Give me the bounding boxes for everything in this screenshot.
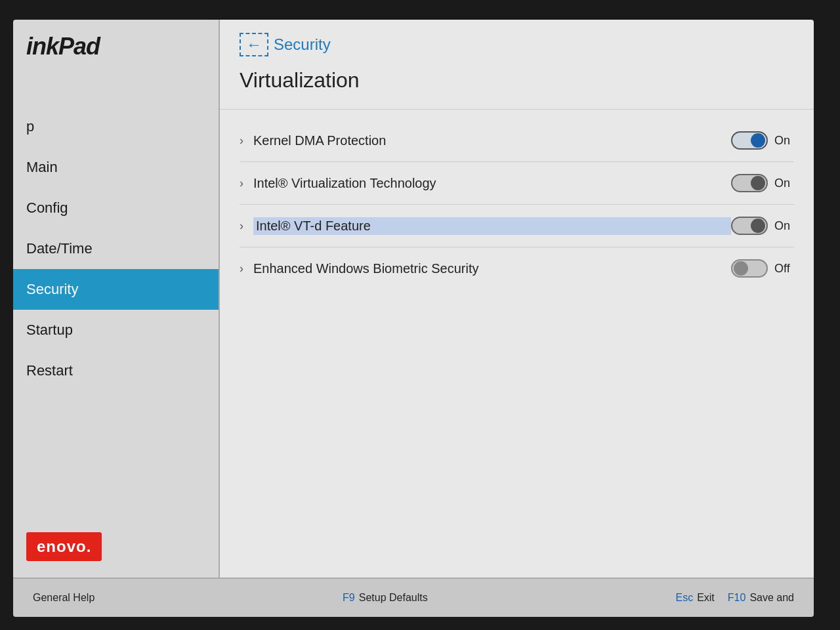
toggle-intel-vtd[interactable] <box>731 217 768 235</box>
toggle-container-enhanced-biometric: Off <box>731 259 794 278</box>
toggle-container-intel-vt: On <box>731 174 794 192</box>
f10-label: Save and <box>749 592 794 604</box>
chevron-icon-enhanced-biometric: › <box>240 262 243 276</box>
setting-row-kernel-dma[interactable]: ›Kernel DMA ProtectionOn <box>240 119 794 162</box>
content-header: ← Security Virtualization <box>220 20 814 110</box>
toggle-knob-enhanced-biometric <box>734 261 748 276</box>
toggle-enhanced-biometric[interactable] <box>731 259 768 278</box>
f9-label: Setup Defaults <box>359 592 428 604</box>
page-title: Virtualization <box>240 62 794 102</box>
sidebar-item-main[interactable]: Main <box>13 147 219 188</box>
esc-key[interactable]: Esc <box>675 592 693 604</box>
f10-pair: F10 Save and <box>728 592 794 604</box>
setting-row-intel-vtd[interactable]: ›Intel® VT-d FeatureOn <box>240 205 794 247</box>
chevron-icon-kernel-dma: › <box>240 134 243 148</box>
sidebar-item-config[interactable]: Config <box>13 188 219 228</box>
setting-label-intel-vt: Intel® Virtualization Technology <box>253 176 731 191</box>
setting-row-enhanced-biometric[interactable]: ›Enhanced Windows Biometric SecurityOff <box>240 247 794 289</box>
sidebar-item-security[interactable]: Security <box>13 269 219 310</box>
bottom-center: F9 Setup Defaults <box>343 592 428 604</box>
breadcrumb: ← Security <box>240 33 794 56</box>
bottom-bar: General Help F9 Setup Defaults Esc Exit … <box>13 578 814 617</box>
back-button[interactable]: ← <box>240 33 268 56</box>
sidebar-item-p[interactable]: p <box>13 106 219 147</box>
toggle-container-intel-vtd: On <box>731 217 794 235</box>
lenovo-badge: enovo. <box>26 532 102 561</box>
toggle-knob-intel-vtd <box>751 219 765 233</box>
breadcrumb-label: Security <box>274 35 331 54</box>
toggle-knob-intel-vt <box>751 176 765 190</box>
sidebar-item-restart[interactable]: Restart <box>13 350 219 391</box>
bottom-right: Esc Exit F10 Save and <box>675 592 794 604</box>
setting-label-enhanced-biometric: Enhanced Windows Biometric Security <box>253 261 731 276</box>
chevron-icon-intel-vt: › <box>240 177 243 190</box>
setting-label-intel-vtd: Intel® VT-d Feature <box>253 217 731 235</box>
f9-key[interactable]: F9 <box>343 592 355 604</box>
f9-pair: F9 Setup Defaults <box>343 592 428 604</box>
f10-key[interactable]: F10 <box>728 592 746 604</box>
toggle-knob-kernel-dma <box>751 133 765 148</box>
sidebar-lenovo: enovo. <box>13 522 219 571</box>
sidebar-logo: inkPad <box>13 20 219 67</box>
toggle-label-intel-vt: On <box>774 177 794 190</box>
general-help-label: General Help <box>33 592 94 604</box>
toggle-container-kernel-dma: On <box>731 131 794 150</box>
bottom-left: General Help <box>33 592 94 604</box>
sidebar-item-datetime[interactable]: Date/Time <box>13 228 219 269</box>
toggle-label-intel-vtd: On <box>774 219 794 233</box>
setting-row-intel-vt[interactable]: ›Intel® Virtualization TechnologyOn <box>240 162 794 205</box>
esc-pair: Esc Exit <box>675 592 714 604</box>
chevron-icon-intel-vtd: › <box>240 219 243 233</box>
toggle-label-enhanced-biometric: Off <box>774 262 794 276</box>
esc-label: Exit <box>697 592 715 604</box>
toggle-label-kernel-dma: On <box>774 134 794 148</box>
sidebar-nav: pMainConfigDate/TimeSecurityStartupResta… <box>13 67 219 522</box>
toggle-kernel-dma[interactable] <box>731 131 768 150</box>
setting-label-kernel-dma: Kernel DMA Protection <box>253 133 731 148</box>
sidebar-item-startup[interactable]: Startup <box>13 310 219 350</box>
main-content: ← Security Virtualization ›Kernel DMA Pr… <box>220 20 814 578</box>
settings-list: ›Kernel DMA ProtectionOn›Intel® Virtuali… <box>220 110 814 578</box>
toggle-intel-vt[interactable] <box>731 174 768 192</box>
sidebar: inkPad pMainConfigDate/TimeSecurityStart… <box>13 20 220 578</box>
